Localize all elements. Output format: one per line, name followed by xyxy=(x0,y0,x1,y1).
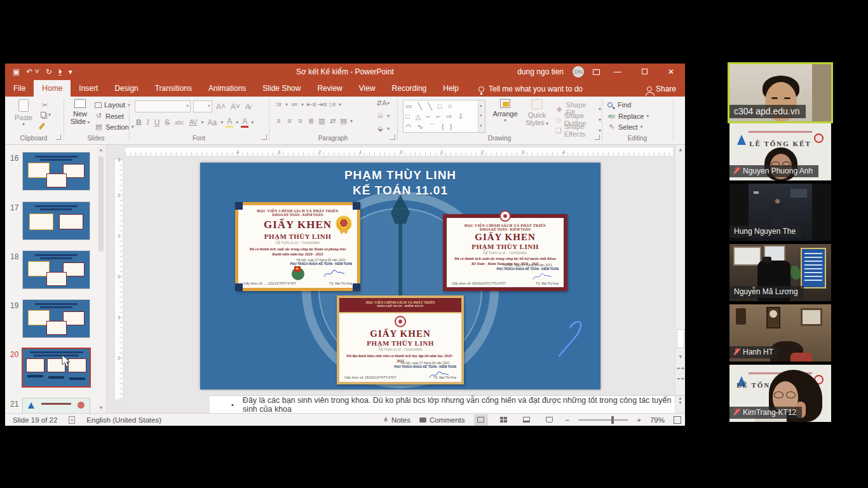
tab-slide-show[interactable]: Slide Show xyxy=(254,80,309,97)
align-left-icon[interactable]: ≡ xyxy=(275,117,283,125)
certificate-bottom[interactable]: HỌC VIỆN CHÍNH SÁCH VÀ PHÁT TRIỂN KHOA K… xyxy=(337,295,464,384)
zoom-out-button[interactable]: − xyxy=(566,416,570,424)
next-slide-icon[interactable]: ⏷⏷ xyxy=(675,374,685,384)
close-button[interactable]: ✕ xyxy=(662,67,680,76)
slideshow-view-button[interactable] xyxy=(543,414,557,426)
font-color-button[interactable]: A xyxy=(241,117,248,128)
slide-indicator[interactable]: Slide 19 of 22 xyxy=(13,416,57,424)
tab-file[interactable]: File xyxy=(5,80,34,97)
slide-thumbnail-20-selected[interactable] xyxy=(23,349,90,386)
layout-button[interactable]: Layout▾ xyxy=(95,101,130,109)
previous-slide-icon[interactable]: ⏶⏶ xyxy=(675,363,685,373)
scrollbar-thumb[interactable] xyxy=(677,329,684,348)
clipboard-dialog-launcher[interactable] xyxy=(56,135,61,140)
reset-button[interactable]: ↺Reset xyxy=(95,112,124,120)
arrange-button[interactable]: Arrange ▾ xyxy=(491,99,520,123)
undo-icon[interactable]: ↶ ˅ xyxy=(26,68,39,76)
video-tile-nguyen-ma-luong[interactable]: Nguyễn Mã Lương xyxy=(729,244,831,301)
paragraph-dialog-launcher[interactable] xyxy=(390,135,395,140)
align-center-icon[interactable]: ≡ xyxy=(285,117,294,125)
tab-insert[interactable]: Insert xyxy=(71,80,106,97)
normal-view-button[interactable] xyxy=(474,414,488,426)
decrease-indent-icon[interactable]: ⇤≡ xyxy=(306,100,315,109)
find-button[interactable]: Find xyxy=(607,101,631,109)
scroll-up-icon[interactable]: ▲ xyxy=(675,145,685,154)
spell-check-icon[interactable]: ✕ xyxy=(69,416,75,424)
text-direction-icon[interactable]: ⇄ xyxy=(329,117,337,125)
thumb-scroll-down-icon[interactable]: ▼ xyxy=(97,404,105,412)
thumb-scroll-up-icon[interactable]: ▲ xyxy=(97,146,105,154)
strikethrough-button[interactable]: S xyxy=(163,118,171,127)
user-avatar[interactable]: DN xyxy=(573,66,584,78)
replace-button[interactable]: ab̲cReplace▾ xyxy=(607,112,649,120)
font-name-combobox[interactable] xyxy=(135,100,191,112)
horizontal-ruler[interactable]: 4 3 2 1 0 1 2 3 4 xyxy=(125,147,674,156)
tab-design[interactable]: Design xyxy=(106,80,146,97)
drawing-dialog-launcher[interactable] xyxy=(595,135,600,140)
reading-view-button[interactable] xyxy=(520,414,534,426)
zoom-in-button[interactable]: + xyxy=(637,416,641,424)
slide-thumbnail-17[interactable] xyxy=(23,202,90,240)
save-icon[interactable]: ▣ xyxy=(13,68,20,76)
slide-thumbnail-pane[interactable]: 16 17 18 xyxy=(5,145,107,413)
editor-vertical-scrollbar[interactable]: ▲ ▼ ⏶⏶ ⏷⏷ xyxy=(675,145,685,395)
video-tile-kimtrang-kt12[interactable]: LỄ TỔNG KẾT KimTrang-KT12 xyxy=(729,365,831,422)
video-tile-hanh-ht[interactable]: Hanh HT xyxy=(729,304,831,362)
change-case-button[interactable]: Aa xyxy=(207,118,219,127)
increase-indent-icon[interactable]: ⇥≡ xyxy=(317,100,325,109)
signed-in-user[interactable]: dung ngo tien xyxy=(517,67,564,76)
slide-title[interactable]: PHẠM THÙY LINH KẾ TOÁN 11.01 xyxy=(200,168,600,198)
slide-thumbnail-21[interactable] xyxy=(23,398,90,413)
qat-customize-icon[interactable]: ▾ xyxy=(69,68,72,76)
video-tile-nguyen-phuong-anh[interactable]: LỄ TỔNG KẾT Nguyen Phuong Anh xyxy=(729,123,831,180)
slide-canvas[interactable]: PHẠM THÙY LINH KẾ TOÁN 11.01 HỌC VIỆN CH… xyxy=(200,163,600,390)
start-slideshow-icon[interactable]: ⏵̲ xyxy=(58,68,62,76)
tab-animations[interactable]: Animations xyxy=(200,80,254,97)
tab-review[interactable]: Review xyxy=(309,80,350,97)
bullets-icon[interactable]: ∶≡ xyxy=(275,100,283,109)
vertical-ruler[interactable]: 3 2 1 0 1 2 xyxy=(114,159,123,400)
align-right-icon[interactable]: ≡ xyxy=(296,117,304,125)
slide-thumbnail-16[interactable] xyxy=(23,152,90,190)
video-tile-hung-nguyen-the[interactable]: Hung Nguyen The xyxy=(729,184,831,241)
shrink-font-button[interactable]: A˅ xyxy=(229,102,241,111)
thumb-scroll-thumb[interactable] xyxy=(98,156,104,252)
new-slide-button[interactable]: New Slide ▾ xyxy=(65,99,95,125)
paste-button[interactable]: Paste ▾ xyxy=(9,99,38,127)
zoom-slider-thumb[interactable] xyxy=(611,416,614,424)
certificate-left[interactable]: HỌC VIỆN CHÍNH SÁCH VÀ PHÁT TRIỂN KHOA K… xyxy=(235,202,360,291)
underline-button[interactable]: U xyxy=(153,118,161,127)
font-dialog-launcher[interactable] xyxy=(262,135,267,140)
highlight-color-button[interactable]: A xyxy=(226,117,233,128)
notes-pane[interactable]: • Đây là các bạn sinh viên trong khoa. D… xyxy=(210,395,685,413)
slide-thumbnail-18[interactable] xyxy=(23,251,90,288)
grow-font-button[interactable]: A˄ xyxy=(215,102,227,111)
video-tile-c304[interactable]: c304 apd.edu.vn xyxy=(729,64,831,121)
tab-view[interactable]: View xyxy=(351,80,384,97)
minimize-button[interactable]: — xyxy=(609,67,627,76)
comments-toggle[interactable]: Comments xyxy=(419,416,465,424)
ribbon-display-options-icon[interactable] xyxy=(593,66,600,78)
zoom-slider[interactable] xyxy=(578,419,628,421)
title-bar[interactable]: ▣ ↶ ˅ ↻ ⏵̲ ▾ Sơ kết Kế kiểm - PowerPoint… xyxy=(5,64,685,80)
bold-button[interactable]: B xyxy=(135,118,143,127)
zoom-level[interactable]: 79% xyxy=(650,416,665,424)
notes-scrollbar[interactable]: ▲▼ xyxy=(675,396,685,413)
fit-slide-to-window-icon[interactable] xyxy=(674,416,681,424)
tell-me-box[interactable]: Tell me what you want to do xyxy=(478,85,583,97)
redo-icon[interactable]: ↻ xyxy=(46,68,52,76)
align-text-icon[interactable]: ▤ xyxy=(339,117,348,125)
note-text[interactable]: Đây là các bạn sinh viên trong khoa. Dù … xyxy=(243,396,685,414)
text-shadow-button[interactable]: abc xyxy=(173,119,186,126)
notes-toggle[interactable]: ≜Notes xyxy=(383,416,410,424)
font-size-combobox[interactable] xyxy=(193,100,212,112)
character-spacing-button[interactable]: AV xyxy=(188,119,199,126)
tab-recording[interactable]: Recording xyxy=(384,80,435,97)
cut-button[interactable]: ✂ xyxy=(41,101,49,109)
section-button[interactable]: ▤Section▾ xyxy=(95,123,134,131)
clear-formatting-button[interactable]: A̷ xyxy=(244,102,252,111)
select-button[interactable]: ⇖Select▾ xyxy=(607,123,643,131)
format-painter-button[interactable] xyxy=(41,123,43,130)
copy-button[interactable]: ▾ xyxy=(41,112,51,118)
certificate-right[interactable]: HỌC VIỆN CHÍNH SÁCH VÀ PHÁT TRIỂN KHOA K… xyxy=(443,214,567,291)
